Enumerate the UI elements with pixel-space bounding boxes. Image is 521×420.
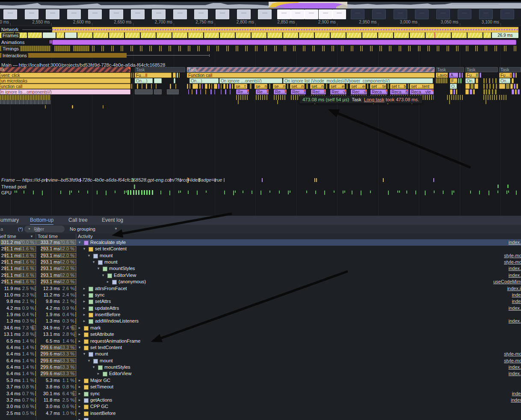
table-row[interactable]: 291.1 ms61.6 %293.1 ms62.0 %▸(anonymous)…	[0, 279, 521, 285]
flame-block[interactable]	[187, 84, 188, 89]
timing-mark[interactable]	[351, 46, 352, 51]
flame-block[interactable]	[154, 89, 162, 94]
source-link[interactable]: index.js	[509, 318, 521, 324]
table-row[interactable]: 6.4 ms1.4 %299.6 ms63.3 %▸EditorViewinde…	[0, 370, 521, 377]
timing-mark[interactable]	[94, 46, 95, 51]
flame-block[interactable]	[173, 73, 176, 78]
timing-mark[interactable]	[218, 46, 219, 51]
timing-mark[interactable]	[207, 46, 208, 51]
table-row[interactable]: 13.1 ms2.8 %13.1 ms2.8 %▸setAttribute	[0, 331, 521, 338]
timing-mark[interactable]	[352, 46, 353, 51]
table-row[interactable]: 5.3 ms1.1 %5.3 ms1.1 %▸Major GC	[0, 377, 521, 384]
timing-mark[interactable]	[399, 46, 400, 51]
screenshot-thumbnail[interactable]	[305, 9, 318, 19]
flame-block[interactable]	[483, 89, 485, 94]
flame-block[interactable]	[367, 84, 368, 89]
timing-mark[interactable]	[466, 46, 467, 51]
collapse-arrow-icon[interactable]: ▸	[77, 325, 82, 331]
flame-block[interactable]	[133, 73, 134, 78]
source-link[interactable]: index.	[512, 298, 521, 305]
flame-block[interactable]	[221, 84, 222, 89]
timing-mark[interactable]	[370, 46, 371, 51]
flame-block[interactable]	[388, 84, 389, 89]
flame-block[interactable]	[510, 84, 513, 89]
flame-block[interactable]	[151, 84, 152, 89]
flame-block[interactable]: set …tent	[370, 84, 386, 89]
expand-arrow-icon[interactable]: ▾	[101, 272, 105, 279]
flame-block[interactable]: se…nt	[273, 84, 286, 89]
timing-mark[interactable]	[314, 46, 315, 51]
flame-block[interactable]	[205, 89, 206, 94]
timing-mark[interactable]	[381, 46, 382, 51]
frame-track[interactable]: Frame — https://id-preview--bd53fd9d-728…	[0, 177, 521, 183]
timing-mark[interactable]	[209, 46, 210, 51]
table-row[interactable]: 2.5 ms0.5 %4.7 ms1.0 %▸insertBefore	[0, 410, 521, 417]
timing-mark[interactable]	[142, 46, 142, 51]
timing-mark[interactable]	[429, 46, 430, 51]
expand-arrow-icon[interactable]: ▾	[77, 239, 82, 246]
timing-mark[interactable]	[228, 46, 229, 51]
timing-mark[interactable]	[477, 46, 478, 51]
network-track[interactable]: Network	[0, 26, 521, 32]
collapse-arrow-icon[interactable]: ▸	[77, 384, 82, 390]
flame-block[interactable]: On ignore …onents\/)	[219, 78, 282, 83]
interactions-track[interactable]: Interactions	[0, 53, 521, 58]
screenshot-thumbnail[interactable]	[319, 9, 332, 19]
flame-block[interactable]: F…l	[450, 78, 457, 83]
table-row[interactable]: 6.4 ms1.4 %299.6 ms63.3 %▾mountstyle-mod	[0, 358, 521, 364]
table-row[interactable]: 4.2 ms0.9 %4.2 ms0.9 %▸updateAttrsindex.…	[0, 305, 521, 311]
flame-block[interactable]	[154, 78, 162, 83]
timing-mark[interactable]	[372, 46, 373, 51]
frame-block[interactable]	[109, 32, 124, 38]
screenshot-thumbnail[interactable]	[3, 9, 17, 19]
timing-mark[interactable]	[332, 46, 332, 51]
flame-block[interactable]: set…nt	[310, 84, 324, 89]
timeline-overview[interactable]	[0, 2, 521, 19]
timing-mark[interactable]	[159, 46, 160, 51]
timing-mark[interactable]	[121, 46, 121, 51]
timing-mark[interactable]	[485, 46, 485, 51]
flame-block[interactable]	[513, 73, 515, 78]
expand-arrow-icon[interactable]: ▾	[92, 364, 96, 370]
flame-block[interactable]	[72, 105, 73, 109]
flame-block[interactable]	[326, 84, 327, 89]
flame-block[interactable]: On…)	[135, 78, 153, 83]
timing-mark[interactable]	[391, 46, 391, 51]
screenshot-thumbnail[interactable]	[500, 9, 514, 19]
flame-block[interactable]: Rec…le	[311, 89, 326, 94]
flame-block[interactable]	[232, 84, 233, 89]
timing-mark[interactable]	[437, 46, 438, 51]
flame-block[interactable]	[179, 73, 180, 78]
timing-mark[interactable]	[496, 46, 497, 51]
frame-block[interactable]	[452, 32, 467, 38]
timing-mark[interactable]	[54, 46, 70, 51]
table-row[interactable]: 6.4 ms1.4 %299.6 ms63.3 %▾mountstyle-mod	[0, 351, 521, 357]
frame-block[interactable]	[172, 32, 187, 38]
frame-block[interactable]	[394, 32, 409, 38]
flame-block[interactable]	[306, 84, 308, 89]
timing-mark[interactable]	[341, 46, 342, 51]
flame-block[interactable]	[483, 84, 485, 89]
timing-mark[interactable]	[410, 46, 411, 51]
source-link[interactable]: index.js:	[507, 285, 521, 292]
timing-mark[interactable]	[236, 46, 237, 51]
flame-block[interactable]: se…t	[234, 84, 247, 89]
table-row[interactable]: ▸	[0, 417, 521, 420]
timing-mark[interactable]	[226, 46, 227, 51]
thread-pool-track[interactable]: Thread pool	[0, 184, 521, 189]
flame-block[interactable]	[0, 95, 50, 100]
timing-mark[interactable]	[486, 46, 487, 51]
collapse-arrow-icon[interactable]: ▸	[106, 279, 110, 285]
timing-mark[interactable]	[379, 46, 380, 51]
flame-block[interactable]	[515, 89, 517, 94]
frame-block[interactable]	[77, 32, 92, 38]
frame-block[interactable]	[315, 32, 330, 38]
screenshot-thumbnail[interactable]	[291, 9, 305, 19]
timing-mark[interactable]	[169, 46, 169, 51]
flame-block[interactable]	[221, 89, 222, 94]
flame-block[interactable]	[493, 84, 494, 89]
filter-input[interactable]: ▼ Filter	[24, 226, 65, 232]
flame-block[interactable]	[135, 89, 153, 94]
timing-mark[interactable]	[303, 46, 304, 51]
timing-mark[interactable]	[448, 46, 449, 51]
